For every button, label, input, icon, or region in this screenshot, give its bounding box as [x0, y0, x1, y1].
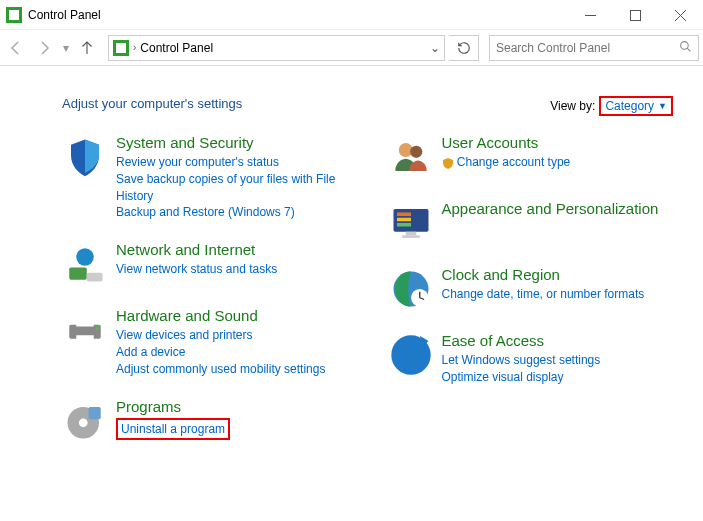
content-area: Adjust your computer's settings View by:…	[0, 66, 703, 474]
svg-point-15	[79, 418, 88, 427]
refresh-button[interactable]	[449, 35, 479, 61]
view-by-dropdown[interactable]: Category ▼	[599, 96, 673, 116]
link-optimize-display[interactable]: Optimize visual display	[442, 369, 601, 386]
category-hardware-sound: Hardware and Sound View devices and prin…	[62, 307, 348, 377]
minimize-button[interactable]	[568, 0, 613, 30]
ease-of-access-icon	[388, 332, 434, 378]
view-by: View by: Category ▼	[550, 96, 673, 116]
network-icon	[62, 241, 108, 287]
link-review-status[interactable]: Review your computer's status	[116, 154, 348, 171]
svg-rect-20	[397, 213, 411, 217]
category-title[interactable]: Clock and Region	[442, 266, 645, 284]
maximize-button[interactable]	[613, 0, 658, 30]
clock-globe-icon	[388, 266, 434, 312]
category-programs: Programs Uninstall a program	[62, 398, 348, 444]
history-dropdown[interactable]: ▾	[60, 41, 72, 55]
shield-icon	[62, 134, 108, 180]
category-title[interactable]: Programs	[116, 398, 230, 416]
chevron-down-icon: ▼	[658, 101, 667, 111]
address-dropdown-icon[interactable]: ⌄	[430, 41, 440, 55]
category-ease-of-access: Ease of Access Let Windows suggest setti…	[388, 332, 674, 386]
category-network-internet: Network and Internet View network status…	[62, 241, 348, 287]
svg-point-13	[96, 327, 100, 331]
breadcrumb-location[interactable]: Control Panel	[140, 41, 213, 55]
users-icon	[388, 134, 434, 180]
svg-point-18	[410, 146, 422, 158]
category-title[interactable]: Network and Internet	[116, 241, 277, 259]
link-file-history[interactable]: Save backup copies of your files with Fi…	[116, 171, 348, 205]
svg-rect-16	[89, 407, 101, 419]
window-title: Control Panel	[28, 8, 101, 22]
app-icon	[6, 7, 22, 23]
link-text: Change account type	[457, 155, 570, 169]
category-clock-region: Clock and Region Change date, time, or n…	[388, 266, 674, 312]
svg-rect-12	[76, 335, 94, 346]
svg-line-6	[687, 48, 690, 51]
view-by-label: View by:	[550, 99, 595, 113]
link-mobility-settings[interactable]: Adjust commonly used mobility settings	[116, 361, 325, 378]
page-heading: Adjust your computer's settings	[62, 96, 242, 111]
link-network-status[interactable]: View network status and tasks	[116, 261, 277, 278]
category-user-accounts: User Accounts Change account type	[388, 134, 674, 180]
svg-rect-23	[405, 232, 416, 236]
link-change-account-type[interactable]: Change account type	[442, 154, 571, 171]
category-appearance: Appearance and Personalization	[388, 200, 674, 246]
svg-point-7	[76, 248, 94, 266]
link-add-device[interactable]: Add a device	[116, 344, 325, 361]
title-bar: Control Panel	[0, 0, 703, 30]
svg-rect-11	[76, 316, 94, 327]
svg-rect-1	[631, 10, 641, 20]
category-title[interactable]: System and Security	[116, 134, 348, 152]
highlighted-link: Uninstall a program	[116, 418, 230, 441]
left-column: System and Security Review your computer…	[62, 134, 348, 464]
svg-rect-8	[69, 268, 87, 280]
forward-button[interactable]	[30, 33, 60, 63]
link-backup-restore[interactable]: Backup and Restore (Windows 7)	[116, 204, 348, 221]
view-by-value: Category	[605, 99, 654, 113]
control-panel-icon	[113, 40, 129, 56]
link-devices-printers[interactable]: View devices and printers	[116, 327, 325, 344]
close-button[interactable]	[658, 0, 703, 30]
back-button[interactable]	[0, 33, 30, 63]
search-box[interactable]	[489, 35, 699, 61]
link-uninstall-program[interactable]: Uninstall a program	[121, 422, 225, 436]
link-change-date-time[interactable]: Change date, time, or number formats	[442, 286, 645, 303]
category-system-security: System and Security Review your computer…	[62, 134, 348, 221]
nav-bar: ▾ › Control Panel ⌄	[0, 30, 703, 66]
programs-icon	[62, 398, 108, 444]
category-title[interactable]: User Accounts	[442, 134, 571, 152]
address-bar[interactable]: › Control Panel ⌄	[108, 35, 445, 61]
printer-icon	[62, 307, 108, 353]
search-input[interactable]	[496, 41, 679, 55]
svg-rect-22	[397, 223, 411, 227]
category-title[interactable]: Hardware and Sound	[116, 307, 325, 325]
search-icon[interactable]	[679, 40, 692, 56]
right-column: User Accounts Change account type Appear…	[388, 134, 674, 464]
svg-point-5	[681, 41, 689, 49]
svg-rect-9	[87, 273, 103, 282]
link-suggest-settings[interactable]: Let Windows suggest settings	[442, 352, 601, 369]
svg-rect-24	[402, 235, 420, 238]
up-button[interactable]	[72, 33, 102, 63]
display-icon	[388, 200, 434, 246]
category-title[interactable]: Appearance and Personalization	[442, 200, 659, 218]
category-title[interactable]: Ease of Access	[442, 332, 601, 350]
svg-rect-21	[397, 218, 411, 222]
breadcrumb-sep-icon: ›	[133, 42, 136, 53]
